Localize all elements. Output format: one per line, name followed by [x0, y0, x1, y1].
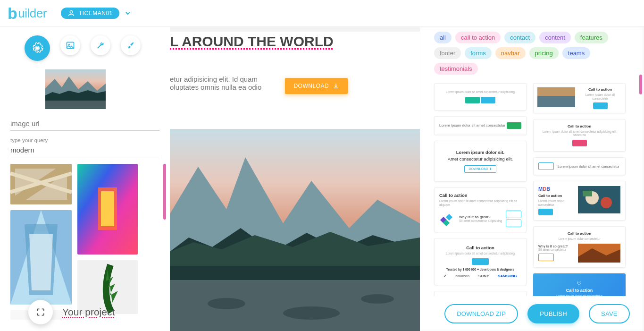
svg-point-15	[208, 298, 245, 309]
hero-headline[interactable]: L AROUND THE WORLD	[170, 32, 420, 50]
gallery-thumb[interactable]	[10, 210, 72, 305]
tag-contact[interactable]: contact	[504, 32, 535, 43]
component-card[interactable]: Call to action Lorem ipsum dolor sit ame…	[434, 238, 527, 285]
settings-tool[interactable]	[25, 35, 50, 61]
svg-rect-11	[101, 191, 114, 226]
card-pill: ⠀⠀⠀	[481, 97, 495, 103]
tag-pricing[interactable]: pricing	[529, 47, 559, 59]
component-card[interactable]: Why is it so great?Lorem ipsum dolor sit…	[434, 291, 527, 296]
component-card[interactable]: 🛡 Call to action Lorem ipsum dolor sit c…	[533, 273, 626, 296]
component-scrollbar[interactable]	[639, 75, 642, 94]
component-list[interactable]: Lorem ipsum dolor sit amet consectetur a…	[430, 75, 644, 296]
tag-features[interactable]: features	[575, 32, 608, 43]
chevron-down-icon	[124, 9, 132, 17]
svg-point-0	[70, 11, 72, 13]
component-card[interactable]: Call to action Lorem ipsum dolor sit ame…	[533, 119, 626, 152]
card-text: Sit amet consectetur adipisicing	[459, 219, 503, 223]
component-card[interactable]: Lorem ipsum dolor sit amet consectetur ⠀…	[434, 116, 527, 135]
tag-teams[interactable]: teams	[562, 47, 590, 59]
logo: b uilder	[8, 4, 47, 23]
inspector-panel: type your query Your project	[0, 27, 170, 331]
card-pill: ⠀⠀⠀	[465, 97, 480, 103]
save-button[interactable]: SAVE	[589, 304, 630, 323]
action-row: DOWNLOAD ZIP PUBLISH SAVE	[430, 296, 644, 331]
svg-rect-14	[170, 280, 420, 331]
component-card[interactable]: Lorem ipsum dolor sit. Amet consectetur …	[434, 141, 527, 182]
card-heading: Call to action	[541, 288, 618, 293]
component-card[interactable]: Call to actionLorem ipsum dolor consecte…	[533, 226, 626, 268]
card-text: Lorem ipsum dolor sit consectetur	[541, 294, 618, 296]
canvas[interactable]: L AROUND THE WORLD etur adipisicing elit…	[170, 27, 420, 331]
card-pill: ⠀⠀⠀⠀	[472, 258, 489, 265]
component-card[interactable]: Call to action Lorem ipsum dolor sit ame…	[434, 187, 527, 233]
card-pill: ⠀⠀⠀	[506, 220, 521, 227]
card-heading: Call to action	[439, 193, 521, 198]
image-gallery	[10, 164, 159, 320]
hero-image[interactable]	[170, 129, 420, 331]
hero-subtext[interactable]: etur adipisicing elit. Id quam oluptates…	[170, 50, 264, 91]
card-heading: Call to action	[538, 231, 620, 236]
card-pill: ⠀⠀⠀	[538, 162, 554, 170]
component-card[interactable]: MDB Call to action Lorem ipsum dolor con…	[533, 181, 626, 221]
svg-rect-19	[446, 214, 452, 221]
component-card[interactable]: Call to actionLorem ipsum dolor sit cons…	[533, 83, 626, 113]
component-card[interactable]: ⠀⠀⠀ Lorem ipsum dolor sit amet consectet…	[533, 157, 626, 175]
gallery-thumb[interactable]	[77, 164, 138, 255]
card-illustration	[537, 87, 575, 107]
publish-button[interactable]: PUBLISH	[527, 304, 579, 323]
user-name: TICEMAN01	[79, 10, 113, 17]
component-column: Call to actionLorem ipsum dolor sit cons…	[533, 83, 626, 296]
download-zip-button[interactable]: DOWNLOAD ZIP	[444, 304, 518, 323]
filter-tags: all call to action contact content featu…	[430, 27, 644, 75]
image-tool[interactable]	[60, 35, 80, 55]
component-column: Lorem ipsum dolor sit amet consectetur a…	[434, 83, 527, 296]
brush-tool[interactable]	[121, 35, 141, 55]
selected-image-preview	[45, 69, 106, 109]
tag-footer[interactable]: footer	[434, 47, 461, 59]
card-heading: Call to action	[439, 245, 521, 250]
project-title: Your project	[62, 306, 115, 318]
expand-icon	[36, 307, 45, 317]
top-bar: b uilder TICEMAN01	[0, 0, 644, 27]
gallery-thumb[interactable]	[10, 164, 72, 204]
card-subheading: Why is it so great?	[459, 215, 503, 219]
download-icon	[333, 83, 339, 89]
gallery-thumb[interactable]	[77, 260, 138, 314]
card-pill: ⠀⠀⠀	[507, 122, 521, 129]
image-url-input[interactable]	[10, 118, 159, 131]
logo-mark: b	[8, 4, 17, 23]
svg-point-16	[283, 306, 340, 320]
image-url-field	[10, 118, 159, 131]
card-pill: DOWNLOAD ⬇	[464, 165, 496, 173]
query-field: type your query	[10, 137, 159, 157]
card-heading: Call to action	[538, 194, 574, 198]
tag-testimonials[interactable]: testimonials	[434, 63, 478, 75]
tool-row	[10, 35, 159, 61]
user-menu-toggle[interactable]	[124, 9, 132, 17]
gallery-scrollbar[interactable]	[163, 164, 166, 220]
expand-fab[interactable]	[28, 300, 53, 324]
wrench-tool[interactable]	[91, 35, 110, 55]
svg-rect-5	[45, 101, 106, 109]
svg-point-3	[68, 44, 70, 45]
component-card[interactable]: Lorem ipsum dolor sit amet consectetur a…	[434, 83, 527, 110]
card-illustration	[578, 186, 620, 213]
card-heading: Call to action	[540, 124, 619, 128]
tag-navbar[interactable]: navbar	[495, 47, 526, 59]
card-illustration	[578, 244, 620, 263]
tag-content[interactable]: content	[539, 32, 571, 43]
card-heading: Lorem ipsum dolor sit.	[444, 150, 517, 155]
card-pill: ⠀⠀⠀	[593, 102, 608, 109]
download-button[interactable]: DOWNLOAD	[285, 78, 348, 94]
tag-forms[interactable]: forms	[465, 47, 492, 59]
user-chip[interactable]: TICEMAN01	[61, 8, 119, 19]
card-pill: ⠀⠀⠀	[538, 209, 553, 215]
tag-call-to-action[interactable]: call to action	[455, 32, 501, 43]
svg-rect-24	[537, 96, 575, 107]
card-subheading: Amet consectetur adipisicing elit.	[444, 156, 517, 161]
query-input[interactable]	[10, 144, 159, 157]
page-preview: L AROUND THE WORLD etur adipisicing elit…	[170, 32, 420, 331]
card-pill: ⠀⠀⠀	[538, 254, 554, 261]
tag-all[interactable]: all	[434, 32, 452, 43]
svg-rect-28	[583, 191, 592, 196]
